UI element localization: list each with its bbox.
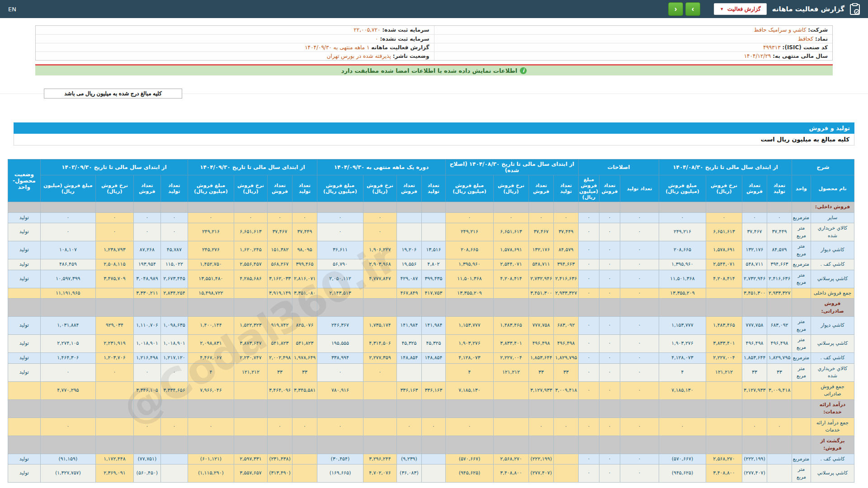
product-name-cell: فروش داخلی: (811, 202, 854, 213)
value-cell: (۵۶۰,۴۵۰) (133, 465, 160, 483)
value-cell (234, 436, 267, 454)
value-cell (396, 299, 421, 317)
value-cell: ۰ (578, 363, 599, 381)
value-cell: ۳,۲۹۶,۲۴۴ (363, 454, 396, 465)
value-cell (292, 399, 317, 418)
value-cell: ۰ (578, 418, 599, 436)
section-row: فروش صادراتی: (8, 299, 854, 317)
value-cell: ۲,۲۲۷,۰۰۴ (706, 353, 742, 364)
value-cell: ۰ (160, 363, 188, 381)
product-name-cell: فروش صادراتی: (811, 299, 854, 317)
value-cell: ۲,۰۹۸,۸۳۱ (188, 335, 234, 353)
table-row: کاشي کف .مترمربع۱,۸۲۹,۷۹۵۱,۸۵۳,۶۴۴۲,۲۲۷,… (8, 353, 854, 364)
value-cell: ۰ (578, 335, 599, 353)
value-cell: ۳,۳۴۶,۱۰۵ (133, 381, 160, 399)
value-cell (234, 288, 267, 299)
status-cell: تولید (8, 454, 40, 465)
value-cell: ۰ (578, 223, 599, 241)
value-cell: ۱۳,۵۱۶ (421, 241, 445, 259)
value-cell (421, 202, 445, 213)
value-cell: ۱,۲۱۷,۱۲۰ (160, 353, 188, 364)
value-cell: ۰ (620, 381, 659, 399)
company-info-row: نماد:کحافظسرمایه ثبت نشده:۰ (36, 34, 832, 43)
value-cell: ۰ (599, 454, 620, 465)
header-group-cell: از ابتدای سال مالی تا تاریخ ۱۴۰۴/۰۸/۳۰ (659, 160, 792, 175)
value-cell: ۱,۱۷۲,۴۴۸ (95, 454, 133, 465)
status-cell (8, 288, 40, 299)
info-label: کد صنعت (ISIC): (783, 44, 828, 51)
table-row: کاشي دیوارمتر مربع۸۴,۵۷۹۱۳۲,۱۷۶۱,۵۷۸,۶۹۱… (8, 241, 854, 259)
value-cell: ۰ (578, 317, 599, 335)
value-cell: ۲,۵۶۸,۲۷۰ (493, 454, 528, 465)
amounts-unit-note-button[interactable]: کلیه مبالغ درج شده به میلیون ریال می باش… (44, 89, 182, 99)
unit-cell: متر مربع (792, 335, 811, 353)
value-cell (95, 202, 133, 213)
value-cell: ۴,۱۲۸,۰۷۳ (445, 353, 493, 364)
value-cell: ۰ (599, 317, 620, 335)
header-column-cell: تعداد فروش (599, 175, 620, 202)
report-type-dropdown[interactable]: گزارش فعالیت ▼ (714, 3, 767, 15)
product-name-cell: کاشي کف . (811, 353, 854, 364)
company-info-row: کد صنعت (ISIC):۴۹۹۳۱۳گزارش فعالیت ماهانه… (36, 43, 832, 52)
value-cell: ۱,۱۵۳,۷۷۷ (659, 317, 706, 335)
company-info-table: شرکت:کاشي و سرامیک حافظسرمایه ثبت شده:۲۲… (36, 26, 832, 60)
value-cell (767, 399, 792, 418)
status-cell: تولید (8, 317, 40, 335)
value-cell (767, 436, 792, 454)
total-row: جمع درآمد ارائه خدمات۰۰۰۰۰۰۰۰۰۰۰۰۰۰۰۰۰۰ (8, 418, 854, 436)
value-cell: ۳۳ (267, 363, 292, 381)
value-cell: ۲,۶۷۳,۴۴۵ (160, 270, 188, 288)
value-cell: ۲,۴۱۶,۶۳۶ (767, 270, 792, 288)
value-cell: ۳۳ (767, 363, 792, 381)
language-toggle[interactable]: EN (8, 6, 16, 13)
value-cell: ۳,۱۶۲,۰۳۳ (267, 270, 292, 288)
value-cell: ۱,۹۰۳,۲۷۶ (445, 335, 493, 353)
product-name-cell: کاشي دیوار (811, 317, 854, 335)
value-cell: ۳,۸۳۳,۴۰۱ (493, 335, 528, 353)
value-cell: ۶,۶۵۱,۶۱۳ (234, 223, 267, 241)
value-cell (160, 454, 188, 465)
value-cell: ۰ (234, 212, 267, 223)
value-cell: ۴۹۶,۴۹۸ (767, 335, 792, 353)
unit-cell: مترمربع (792, 454, 811, 465)
value-cell: ۲,۷۳۲,۹۴۶ (742, 270, 767, 288)
value-cell: ۰ (188, 418, 234, 436)
company-info-left-cell: وضعیت ناشر:پذیرفته شده در بورس تهران (36, 52, 434, 60)
value-cell (421, 454, 445, 465)
value-cell: (۵۷۰,۶۶۷) (445, 454, 493, 465)
value-cell: ۴,۳۱۴,۵۰۶ (363, 335, 396, 353)
value-cell: ۰ (620, 335, 659, 353)
status-cell (8, 202, 40, 213)
next-report-button[interactable]: › (685, 2, 700, 16)
value-cell (363, 202, 396, 213)
value-cell (95, 288, 133, 299)
company-info-body: شرکت:کاشي و سرامیک حافظسرمایه ثبت شده:۲۲… (36, 26, 832, 60)
value-cell: ۳۹۹,۴۶۵ (292, 259, 317, 270)
value-cell (317, 299, 363, 317)
value-cell (493, 399, 528, 418)
previous-report-button[interactable]: ‹ (668, 2, 683, 16)
value-cell: ۲,۳۶۹,۰۹۱ (95, 465, 133, 483)
value-cell: ۱,۹۷۸,۶۴۹ (292, 353, 317, 364)
unit-cell: مترمربع (792, 259, 811, 270)
value-cell: ۲,۹۳۳,۳۲۷ (553, 288, 578, 299)
value-cell: ۱۲۱,۲۱۲ (234, 363, 267, 381)
value-cell: ۸۲۵,۰۷۶ (292, 317, 317, 335)
value-cell: ۳۳ (742, 363, 767, 381)
value-cell: ۰ (599, 212, 620, 223)
value-cell (363, 288, 396, 299)
value-cell (160, 436, 188, 454)
value-cell: ۰ (578, 465, 599, 483)
value-cell: ۱,۹۰۶,۲۲۷ (363, 241, 396, 259)
value-cell: ۰ (133, 418, 160, 436)
value-cell (659, 202, 706, 213)
value-cell: ۴۶۷,۸۴۹ (396, 288, 421, 299)
value-cell (317, 436, 363, 454)
value-cell: ۷,۹۶۶,۰۴۶ (188, 381, 234, 399)
info-label: وضعیت ناشر: (393, 53, 429, 59)
value-cell: ۰ (133, 212, 160, 223)
value-cell: ۰ (292, 212, 317, 223)
value-cell: ۸۴,۵۷۹ (553, 241, 578, 259)
product-name-cell: جمع فروش داخلی (811, 288, 854, 299)
header-column-cell: تعداد تولید (421, 175, 445, 202)
